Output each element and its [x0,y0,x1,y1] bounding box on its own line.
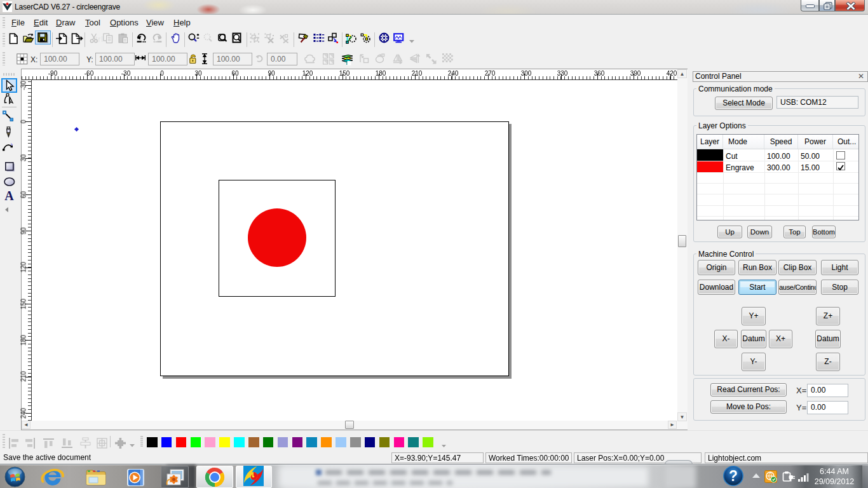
svg-text:A: A [4,189,14,203]
svg-text:?: ? [729,468,738,484]
